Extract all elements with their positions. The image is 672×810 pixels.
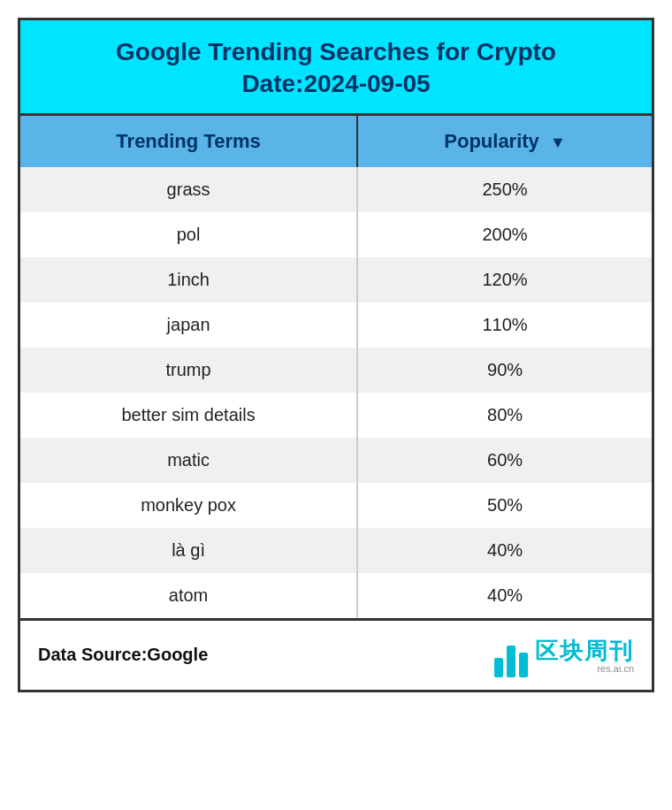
col-header-terms-label: Trending Terms [116,130,260,152]
popularity-cell: 40% [357,528,652,573]
popularity-cell: 50% [357,483,652,528]
table-row: matic60% [20,438,652,483]
term-cell: matic [20,438,357,483]
term-cell: grass [20,167,357,212]
bar3 [519,653,528,677]
table-row: pol200% [20,212,652,257]
bar1 [494,658,503,677]
col-header-popularity: Popularity ▼ [357,116,652,167]
table-row: japan110% [20,302,652,348]
sort-arrow-icon: ▼ [550,134,566,152]
popularity-cell: 200% [357,212,652,257]
table-row: 1inch120% [20,257,652,302]
popularity-cell: 250% [357,167,652,212]
term-cell: pol [20,212,357,257]
data-source-label: Data Source:Google [38,645,208,665]
main-container: Google Trending Searches for Crypto Date… [18,18,654,692]
table-wrapper: Trending Terms Popularity ▼ grass250%pol… [20,116,652,618]
title-section: Google Trending Searches for Crypto Date… [20,20,652,116]
logo-text-container: 区块周刊 res.ai.cn [535,636,634,674]
term-cell: japan [20,302,357,348]
logo-bars-icon [494,633,528,677]
table-header-row: Trending Terms Popularity ▼ [20,116,652,167]
bar2 [507,646,515,677]
term-cell: atom [20,573,357,618]
logo-chinese-text: 区块周刊 [535,636,634,667]
popularity-cell: 90% [357,348,652,393]
trending-table: Trending Terms Popularity ▼ grass250%pol… [20,116,652,618]
table-row: better sim details80% [20,393,652,438]
title-line2: Date:2024-09-05 [241,70,430,97]
col-header-popularity-label: Popularity [444,130,539,152]
logo-sub-text: res.ai.cn [597,663,634,674]
title-line1: Google Trending Searches for Crypto [116,38,556,65]
table-row: grass250% [20,167,652,212]
logo-area: 区块周刊 res.ai.cn [494,633,634,677]
table-row: là gì40% [20,528,652,573]
footer: Data Source:Google 区块周刊 res.ai.cn [20,618,652,690]
table-row: monkey pox50% [20,483,652,528]
term-cell: trump [20,348,357,393]
popularity-cell: 80% [357,393,652,438]
popularity-cell: 40% [357,573,652,618]
term-cell: monkey pox [20,483,357,528]
popularity-cell: 110% [357,302,652,348]
popularity-cell: 120% [357,257,652,302]
table-row: atom40% [20,573,652,618]
table-row: trump90% [20,348,652,393]
page-title: Google Trending Searches for Crypto Date… [38,36,634,101]
term-cell: 1inch [20,257,357,302]
term-cell: là gì [20,528,357,573]
table-body: grass250%pol200%1inch120%japan110%trump9… [20,167,652,618]
term-cell: better sim details [20,393,357,438]
col-header-terms: Trending Terms [20,116,357,167]
popularity-cell: 60% [357,438,652,483]
